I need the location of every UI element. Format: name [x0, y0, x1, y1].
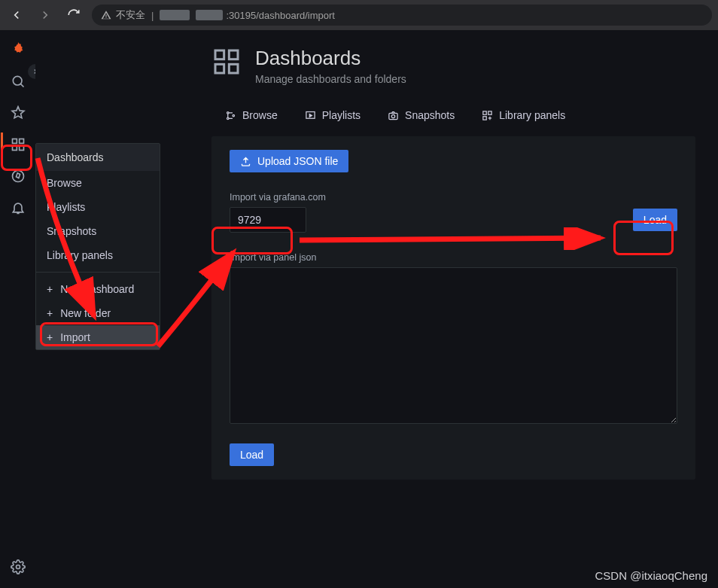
page-dashboards-icon — [211, 47, 242, 80]
grafana-logo-icon[interactable] — [11, 41, 26, 59]
svg-rect-2 — [19, 139, 23, 144]
svg-rect-19 — [483, 116, 486, 119]
alert-bell-icon[interactable] — [9, 199, 27, 217]
flyout-browse[interactable]: Browse — [36, 171, 160, 195]
obscured-host-2 — [196, 10, 223, 20]
import-via-grafana-label: Import via grafana.com — [230, 192, 677, 203]
back-button[interactable] — [6, 5, 27, 26]
svg-point-12 — [227, 117, 230, 120]
svg-rect-1 — [12, 139, 17, 144]
flyout-header: Dashboards — [36, 144, 160, 171]
svg-point-0 — [13, 76, 22, 85]
grafana-com-id-input[interactable] — [230, 207, 306, 233]
load-button-top[interactable]: Load — [633, 209, 677, 231]
tab-bar: Browse Playlists Snapshots Library panel… — [222, 105, 695, 126]
import-panel: Upload JSON file Import via grafana.com … — [211, 136, 695, 480]
svg-rect-8 — [229, 50, 238, 59]
flyout-separator — [36, 272, 160, 273]
plus-icon: + — [47, 307, 53, 319]
explore-icon[interactable] — [9, 167, 27, 185]
svg-point-16 — [391, 114, 394, 117]
upload-json-file-button[interactable]: Upload JSON file — [230, 150, 348, 172]
flyout-new-folder[interactable]: +New folder — [36, 301, 160, 325]
star-icon[interactable] — [9, 104, 27, 122]
tab-library-panels[interactable]: Library panels — [479, 105, 568, 126]
dashboards-flyout-menu: Dashboards Browse Playlists Snapshots Li… — [35, 143, 160, 350]
page-subtitle: Manage dashboards and folders — [255, 73, 406, 85]
flyout-playlists[interactable]: Playlists — [36, 195, 160, 219]
load-button-bottom[interactable]: Load — [230, 443, 274, 466]
flyout-import[interactable]: +Import — [36, 325, 160, 349]
page-title: Dashboards — [255, 47, 406, 70]
svg-rect-10 — [229, 64, 238, 73]
reload-button[interactable] — [63, 5, 84, 26]
svg-point-11 — [227, 111, 230, 114]
settings-gear-icon[interactable] — [9, 558, 27, 576]
svg-point-13 — [233, 114, 235, 117]
plus-icon: + — [47, 331, 53, 343]
flyout-library-panels[interactable]: Library panels — [36, 243, 160, 267]
browser-nav-bar: 不安全 | :30195/dashboard/import — [0, 0, 718, 30]
svg-rect-3 — [12, 146, 17, 151]
flyout-snapshots[interactable]: Snapshots — [36, 219, 160, 243]
sidebar-rail — [0, 30, 35, 588]
tab-playlists[interactable]: Playlists — [302, 105, 364, 126]
search-icon[interactable] — [9, 72, 27, 90]
url-suffix: :30195/dashboard/import — [226, 10, 335, 21]
svg-rect-7 — [215, 50, 224, 59]
tab-browse[interactable]: Browse — [222, 105, 281, 126]
svg-rect-18 — [488, 111, 491, 114]
flyout-new-dashboard[interactable]: +New dashboard — [36, 277, 160, 301]
dashboards-icon[interactable] — [9, 136, 27, 154]
svg-point-6 — [16, 565, 20, 569]
obscured-host-1 — [160, 10, 190, 20]
svg-rect-4 — [19, 146, 23, 151]
forward-button[interactable] — [35, 5, 56, 26]
insecure-label: 不安全 — [116, 8, 145, 22]
address-bar[interactable]: 不安全 | :30195/dashboard/import — [92, 5, 712, 26]
svg-rect-9 — [215, 64, 224, 73]
watermark: CSDN @itxiaoqCheng — [595, 569, 707, 582]
import-via-panel-json-label: Import via panel json — [230, 252, 677, 263]
tab-snapshots[interactable]: Snapshots — [385, 105, 458, 126]
panel-json-textarea[interactable] — [230, 267, 677, 424]
svg-point-5 — [12, 171, 23, 182]
svg-rect-17 — [483, 111, 486, 114]
insecure-warning: 不安全 — [101, 8, 145, 22]
plus-icon: + — [47, 283, 53, 295]
svg-rect-15 — [389, 113, 397, 119]
